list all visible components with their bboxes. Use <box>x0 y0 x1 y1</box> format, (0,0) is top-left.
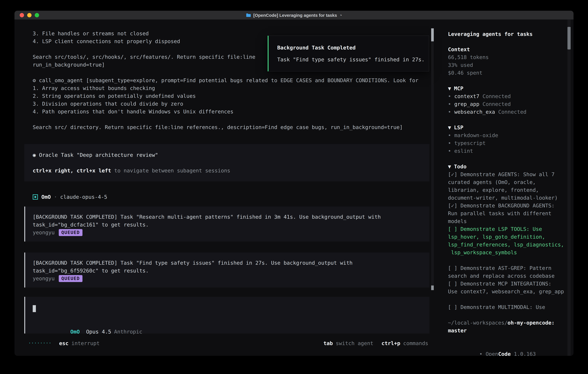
mcp-list: •context7Connected•grep_appConnected•web… <box>448 92 567 116</box>
message-author: yeongyu <box>33 274 55 282</box>
bullet-icon: • <box>448 93 451 99</box>
main-scrollbar[interactable] <box>431 28 434 290</box>
input-provider-name: Anthropic <box>114 329 142 335</box>
agent-name: OmO <box>41 193 51 201</box>
todo-item-active: [ ] Demonstrate LSP TOOLS: Use lsp_hover… <box>448 225 567 256</box>
agent-header: OmO · claude-opus-4-5 <box>14 193 440 201</box>
input-model-name: Opus 4.5 <box>86 329 111 335</box>
minimize-window-button[interactable] <box>27 13 32 17</box>
todo-list: [✓] Demonstrate AGENTS: Show all 7 curat… <box>448 170 567 311</box>
app-window: [OpenCode] Leveraging agents for tasks ◔… <box>14 11 574 356</box>
message-text-line: task_id="bg_dcfac161" to get results. <box>33 221 424 229</box>
esc-key-label: interrupt <box>72 339 100 347</box>
message-text-line: [BACKGROUND TASK COMPLETED] Task "Find t… <box>33 259 424 267</box>
message-text-line: task_id="bg_6f59260c" to get results. <box>33 267 424 274</box>
mcp-server-status: Connected <box>483 101 511 107</box>
agent-checkbox-icon <box>33 194 38 199</box>
todo-item-pending: [ ] Demonstrate MCP INTEGRATIONS: Use co… <box>448 280 567 295</box>
mcp-item: •websearch_exaConnected <box>448 108 567 116</box>
toast-title: Background Task Completed <box>277 44 420 52</box>
lsp-server-name: markdown-oxide <box>454 132 498 138</box>
tab-key-hint: tab <box>323 339 333 347</box>
lsp-list: •markdown-oxide•typescript•eslint <box>448 131 567 155</box>
transcript-line: Search src/ directory. Return specific f… <box>33 123 427 131</box>
app-version-footer: •OpenCode 1.0.163 <box>448 342 567 350</box>
transcript-line <box>33 115 427 123</box>
session-title: Leveraging agents for tasks <box>448 30 567 38</box>
sidebar: Leveraging agents for tasks Context 66,5… <box>440 20 574 356</box>
text-cursor <box>33 305 36 312</box>
input-agent-name: OmO <box>70 329 80 335</box>
todo-item-done: [✓] Demonstrate BACKGROUND AGENTS: Run p… <box>448 202 567 225</box>
sidebar-scrollbar-thumb[interactable] <box>567 27 571 50</box>
message-card: [BACKGROUND TASK COMPLETED] Task "Find t… <box>24 252 430 288</box>
status-badge: QUEUED <box>59 275 83 282</box>
oracle-task-title: ◉ Oracle Task "Deep architecture review" <box>33 151 424 159</box>
esc-key-hint: esc <box>59 339 69 347</box>
mcp-server-name: context7 <box>454 93 479 99</box>
mcp-section-heading[interactable]: ▼MCP <box>448 84 567 92</box>
ctrlp-key-label: commands <box>403 339 428 347</box>
mcp-item: •grep_appConnected <box>448 100 567 108</box>
context-stat: 66,518 tokens <box>448 53 567 61</box>
toast-body: Task "Find type safety issues" finished … <box>277 55 420 63</box>
input-meta: OmOOpus 4.5Anthropic <box>33 320 424 328</box>
lsp-server-name: typescript <box>454 140 486 146</box>
window-title: [OpenCode] Leveraging agents for tasks ◔ <box>246 11 342 19</box>
lsp-section-heading[interactable]: ▼LSP <box>448 124 567 131</box>
message-author: yeongyu <box>33 229 55 236</box>
ctrlp-key-hint: ctrl+p <box>381 339 400 347</box>
message-text-line: [BACKGROUND TASK COMPLETED] Task "Resear… <box>33 213 424 221</box>
chevron-down-icon: ▼ <box>448 85 451 91</box>
todo-section-heading[interactable]: ▼Todo <box>448 163 567 170</box>
lsp-item: •eslint <box>448 147 567 155</box>
terminal-main: 3. File handles or streams not closed4. … <box>14 20 440 356</box>
lsp-item: •typescript <box>448 139 567 147</box>
busy-indicator-icon: ◔ <box>339 11 342 19</box>
bullet-icon: • <box>448 132 451 138</box>
close-window-button[interactable] <box>20 13 24 17</box>
subagent-nav-hint: ctrl+x right, ctrl+x left to navigate be… <box>33 166 424 174</box>
todo-item-pending: [ ] Demonstrate MULTIMODAL: Use <box>448 303 567 311</box>
message-card: [BACKGROUND TASK COMPLETED] Task "Resear… <box>24 207 430 241</box>
fisheye-icon: ◉ <box>33 152 36 158</box>
main-scrollbar-marker <box>431 285 434 290</box>
prompt-input[interactable]: OmOOpus 4.5Anthropic <box>24 297 430 333</box>
window-controls <box>20 13 39 17</box>
context-stat: 33% used <box>448 61 567 69</box>
lsp-server-name: eslint <box>454 148 473 154</box>
oracle-task-box: ◉ Oracle Task "Deep architecture review"… <box>24 144 430 181</box>
titlebar[interactable]: [OpenCode] Leveraging agents for tasks ◔ <box>14 11 574 20</box>
bullet-icon: • <box>448 109 451 115</box>
background-task-toast: Background Task Completed Task "Find typ… <box>268 36 429 72</box>
chevron-down-icon: ▼ <box>448 163 451 169</box>
main-scrollbar-thumb[interactable] <box>431 28 434 41</box>
mcp-item: •context7Connected <box>448 92 567 100</box>
context-heading: Context <box>448 45 567 53</box>
chevron-down-icon: ▼ <box>448 124 451 130</box>
transcript-line: ⚙ call_omo_agent [subagent_type=explore,… <box>33 76 427 84</box>
lsp-item: •markdown-oxide <box>448 131 567 139</box>
context-stats: 66,518 tokens33% used$0.46 spent <box>448 53 567 77</box>
separator-dot: · <box>51 193 60 201</box>
mcp-server-name: websearch_exa <box>454 109 495 115</box>
status-badge: QUEUED <box>59 229 83 236</box>
context-stat: $0.46 spent <box>448 69 567 77</box>
desktop-background: [OpenCode] Leveraging agents for tasks ◔… <box>0 0 588 374</box>
folder-icon <box>246 13 251 17</box>
transcript-line: 4. Path operations that don't handle Win… <box>33 108 427 115</box>
bullet-icon: • <box>448 101 451 107</box>
bullet-icon: • <box>479 351 483 356</box>
workspace-path: ~/local-workspaces/oh-my-opencode: <box>448 319 567 327</box>
transcript-line: 3. Division operations that could divide… <box>33 100 427 108</box>
transcript-line: 2. String operations on potentially unde… <box>33 92 427 100</box>
todo-item-pending: [ ] Demonstrate AST-GREP: Pattern search… <box>448 264 567 280</box>
tab-key-label: switch agent <box>336 339 373 347</box>
bullet-icon: • <box>448 140 451 146</box>
zoom-window-button[interactable] <box>35 13 39 17</box>
todo-item-done: [✓] Demonstrate AGENTS: Show all 7 curat… <box>448 170 567 202</box>
transcript-line: 1. Array access without bounds checking <box>33 84 427 92</box>
statusbar: ········ esc interrupt tab switch agent … <box>14 339 440 347</box>
mcp-server-status: Connected <box>483 93 511 99</box>
sidebar-scrollbar[interactable] <box>567 20 571 356</box>
